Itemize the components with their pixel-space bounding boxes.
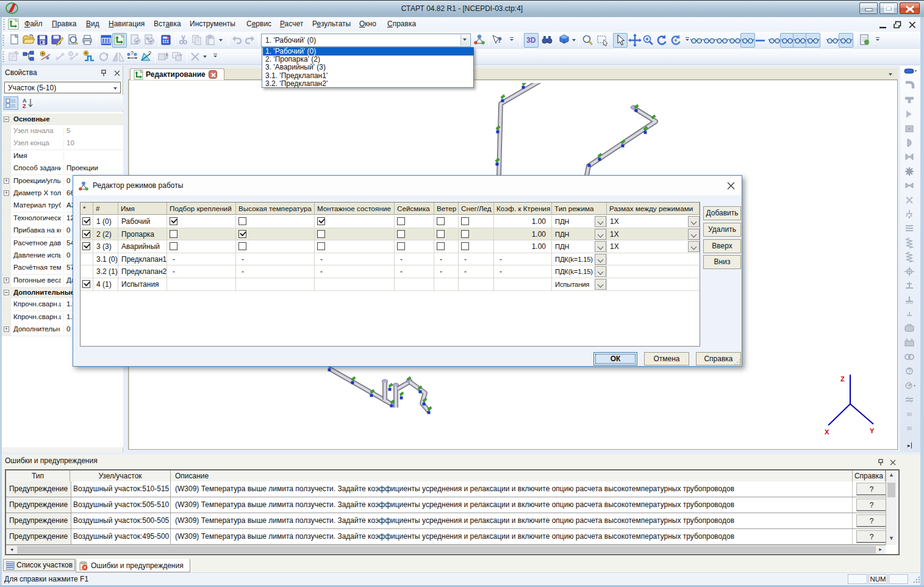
svg-text:Y: Y: [870, 427, 875, 434]
svg-text:?: ?: [148, 50, 151, 56]
svg-text:?: ?: [497, 35, 502, 45]
svg-text:Z: Z: [23, 103, 26, 109]
svg-text:?: ?: [908, 368, 911, 375]
svg-text:X: X: [825, 428, 829, 436]
svg-text:Z: Z: [840, 375, 845, 383]
svg-text:3D: 3D: [526, 36, 536, 45]
svg-text:?: ?: [131, 50, 134, 56]
